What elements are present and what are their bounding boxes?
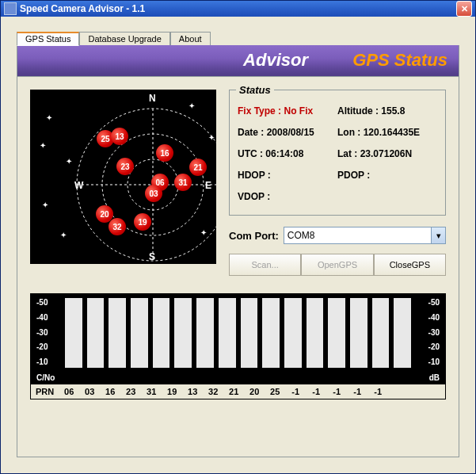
- signal-bar: [284, 298, 302, 368]
- lon-value: 120.164435E: [364, 127, 420, 138]
- compass-n: N: [149, 93, 156, 104]
- signal-bar: [328, 298, 345, 368]
- signal-scale-left: -50-40-30-20-10: [36, 298, 60, 366]
- vdop-label: VDOP :: [238, 191, 270, 202]
- utc-label: UTC :: [238, 148, 263, 159]
- signal-bar: [196, 298, 214, 368]
- signal-scale-right: -50-40-30-20-10: [416, 298, 440, 366]
- prn-value: -1: [367, 387, 388, 396]
- tab-gps-status[interactable]: GPS Status: [17, 32, 79, 46]
- compass-s: S: [149, 251, 155, 262]
- tab-about[interactable]: About: [170, 32, 211, 46]
- sky-plot: N E S W ✦ ✦ ✦ ✦ ✦ ✦ ✦ ✦ 2513162321063103…: [30, 90, 216, 264]
- signal-bar: [153, 298, 170, 368]
- prn-value: 20: [244, 387, 265, 396]
- signal-bar: [394, 298, 411, 368]
- close-button[interactable]: ✕: [456, 1, 472, 17]
- tab-database-upgrade[interactable]: Database Upgrade: [79, 32, 169, 46]
- altitude-value: 155.8: [381, 105, 405, 117]
- compass-e: E: [205, 180, 211, 191]
- prn-value: 31: [141, 387, 162, 396]
- com-port-label: Com Port:: [229, 230, 279, 242]
- signal-bar: [131, 298, 148, 368]
- status-legend: Status: [236, 84, 274, 96]
- open-gps-button[interactable]: OpenGPS: [301, 254, 373, 276]
- prn-value: -1: [347, 387, 367, 396]
- com-port-combo[interactable]: ▾: [284, 227, 446, 244]
- satellite-31: 31: [174, 174, 192, 191]
- signal-bar: [262, 298, 280, 368]
- date-value: 2008/08/15: [267, 127, 314, 138]
- signal-bar: [65, 298, 82, 368]
- satellite-16: 16: [156, 144, 173, 162]
- tab-strip: GPS Status Database Upgrade About: [17, 31, 459, 45]
- prn-value: 25: [265, 387, 285, 396]
- signal-bars: [65, 298, 411, 368]
- prn-value: -1: [306, 387, 326, 396]
- signal-bar: [109, 298, 126, 368]
- prn-value: -1: [285, 387, 306, 396]
- lat-label: Lat :: [337, 148, 357, 159]
- signal-bar: [174, 298, 192, 368]
- db-label: dB: [429, 373, 440, 382]
- window-title: Speed Camera Advisor - 1.1: [20, 3, 145, 14]
- hdop-label: HDOP :: [238, 170, 271, 181]
- signal-bar: [87, 298, 105, 368]
- signal-bar: [219, 298, 236, 368]
- satellite-21: 21: [189, 159, 207, 176]
- banner-text-advisor: Advisor: [243, 50, 308, 71]
- signal-bar: [350, 298, 367, 368]
- app-icon: [4, 2, 17, 15]
- signal-bar: [241, 298, 258, 368]
- satellite-13: 13: [111, 128, 128, 145]
- banner: Advisor GPS Status: [17, 45, 459, 77]
- prn-value: 16: [100, 387, 120, 396]
- pdop-label: PDOP :: [337, 170, 370, 181]
- prn-value: 03: [79, 387, 100, 396]
- title-bar: Speed Camera Advisor - 1.1 ✕: [1, 1, 475, 17]
- compass-w: W: [74, 180, 83, 191]
- prn-value: 21: [223, 387, 244, 396]
- prn-value: 32: [203, 387, 223, 396]
- com-port-dropdown-button[interactable]: ▾: [432, 227, 446, 244]
- prn-value: 23: [120, 387, 141, 396]
- lat-value: 23.071206N: [360, 148, 412, 159]
- prn-value: -1: [326, 387, 347, 396]
- signal-bar: [307, 298, 324, 368]
- date-label: Date :: [238, 127, 264, 138]
- client-area: GPS Status Database Upgrade About Adviso…: [1, 17, 475, 473]
- altitude-label: Altitude :: [337, 105, 379, 117]
- prn-value: 13: [182, 387, 203, 396]
- cno-label: C/No: [36, 373, 55, 382]
- prn-row: PRN 0603162331191332212025-1-1-1-1-1: [30, 384, 446, 399]
- prn-value: 19: [162, 387, 182, 396]
- signal-bar: [372, 298, 390, 368]
- satellite-32: 32: [109, 218, 126, 235]
- com-port-input[interactable]: [284, 227, 432, 244]
- fix-type-label: Fix Type :: [238, 105, 281, 117]
- satellite-03: 03: [145, 185, 162, 202]
- prn-value: 06: [59, 387, 79, 396]
- fix-type-value: No Fix: [284, 105, 313, 117]
- signal-panel: -50-40-30-20-10 -50-40-30-20-10 C/No dB: [30, 293, 446, 384]
- app-window: Speed Camera Advisor - 1.1 ✕ GPS Status …: [0, 0, 476, 474]
- satellite-19: 19: [134, 213, 151, 231]
- scan-button[interactable]: Scan...: [229, 254, 301, 276]
- close-gps-button[interactable]: CloseGPS: [374, 254, 446, 276]
- banner-text-gps-status: GPS Status: [352, 50, 447, 71]
- prn-label: PRN: [36, 387, 54, 396]
- utc-value: 06:14:08: [265, 148, 303, 159]
- satellite-23: 23: [116, 158, 134, 175]
- tab-panel: N E S W ✦ ✦ ✦ ✦ ✦ ✦ ✦ ✦ 2513162321063103…: [17, 77, 459, 457]
- status-group: Status Fix Type : No Fix Altitude : 155.…: [229, 90, 446, 216]
- lon-label: Lon :: [337, 127, 360, 138]
